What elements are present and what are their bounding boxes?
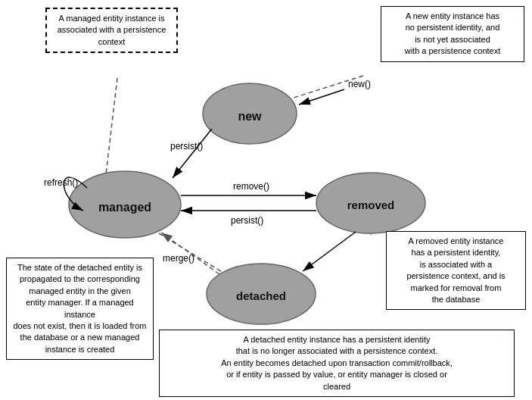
new-label: new() [348, 79, 371, 89]
removed-note-box: A removed entity instancehas a persisten… [386, 231, 526, 310]
refresh-label: refresh() [44, 177, 78, 188]
persist-new-managed-arrow [173, 129, 212, 178]
managed-note-line [106, 78, 117, 174]
new-note-text: A new entity instance hasno persistent i… [405, 11, 501, 55]
detached-bottom-note-box: A detached entity instance has a persist… [159, 330, 515, 397]
new-entry-arrow [299, 89, 344, 105]
new-note-dogear [515, 7, 524, 16]
persist-removed-managed-label: persist() [231, 215, 263, 226]
diagram: new managed removed detached new() persi… [0, 0, 532, 400]
removed-note-text: A removed entity instancehas a persisten… [406, 236, 505, 304]
managed-note-box: A managed entity instance is associated … [45, 8, 178, 53]
detached-bottom-note-dogear [505, 330, 514, 339]
detached-left-note-text: The state of the detached entity ispropa… [13, 263, 146, 354]
detached-left-note-box: The state of the detached entity ispropa… [6, 258, 154, 360]
removed-to-detached-arrow [303, 232, 356, 271]
detached-bottom-note-text: A detached entity instance has a persist… [221, 335, 453, 391]
merge-label: merge() [163, 253, 194, 264]
managed-note-text: A managed entity instance is associated … [58, 14, 166, 46]
removed-note-dogear [516, 232, 525, 241]
state-managed-label: managed [98, 201, 151, 214]
new-note-box: A new entity instance hasno persistent i… [381, 6, 524, 62]
state-removed-label: removed [347, 198, 395, 211]
state-new-label: new [238, 110, 262, 123]
remove-label: remove() [233, 181, 269, 192]
detached-left-note-dogear [144, 258, 153, 267]
persist-new-managed-label: persist() [170, 141, 203, 152]
state-detached-label: detached [236, 289, 286, 302]
